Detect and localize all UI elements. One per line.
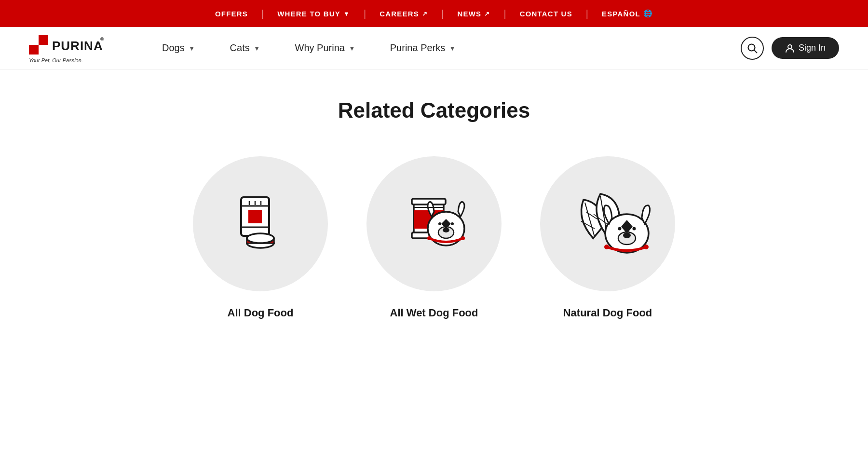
svg-point-42 [644,245,649,249]
main-nav: PURINA ® Your Pet, Our Passion. Dogs ▼ C… [0,27,868,69]
svg-line-6 [754,50,757,53]
nav-purina-perks[interactable]: Purina Perks ▼ [373,42,473,54]
logo-tagline: Your Pet, Our Passion. [29,57,83,63]
svg-text:PURINA: PURINA [52,39,103,53]
nav-cats[interactable]: Cats ▼ [213,42,278,54]
section-title: Related Categories [39,98,829,123]
external-link-icon: ↗ [422,10,428,17]
svg-point-29 [461,236,465,240]
nav-why-purina[interactable]: Why Purina ▼ [278,42,373,54]
purina-logo: PURINA ® [29,33,106,56]
svg-point-28 [427,236,431,240]
chevron-down-icon: ▼ [343,10,350,17]
search-button[interactable] [741,37,764,60]
main-content: Related Categories [0,69,868,358]
svg-rect-2 [39,45,48,55]
chevron-down-icon: ▼ [349,44,355,52]
nav-links: Dogs ▼ Cats ▼ Why Purina ▼ Purina Perks … [145,42,741,54]
topbar-espanol[interactable]: ESPAÑOL 🌐 [588,9,666,18]
category-label-wet-dog-food: All Wet Dog Food [390,307,478,319]
category-circle-natural-dog-food [540,156,675,291]
chevron-down-icon: ▼ [254,44,260,52]
category-natural-dog-food[interactable]: Natural Dog Food [540,156,675,319]
svg-rect-1 [29,35,39,45]
svg-rect-11 [248,210,262,223]
logo-area[interactable]: PURINA ® Your Pet, Our Passion. [29,33,106,63]
svg-point-26 [438,222,441,225]
topbar-contact-us[interactable]: CONTACT US [506,10,586,18]
globe-icon: 🌐 [643,9,653,18]
external-link-icon-2: ↗ [484,10,490,17]
svg-point-39 [618,227,622,231]
wet-dog-food-icon [386,176,482,272]
svg-point-7 [788,45,792,49]
category-circle-dog-food [193,156,328,291]
svg-point-15 [247,233,274,243]
category-label-natural-dog-food: Natural Dog Food [563,307,652,319]
svg-point-40 [633,227,636,231]
nav-dogs[interactable]: Dogs ▼ [145,42,213,54]
svg-text:®: ® [100,37,104,42]
category-all-dog-food[interactable]: All Dog Food [193,156,328,319]
topbar-careers[interactable]: CAREERS ↗ [366,10,441,18]
svg-point-41 [604,245,609,249]
user-icon [785,43,795,53]
topbar-where-to-buy[interactable]: WHERE TO BUY ▼ [264,10,364,18]
sign-in-button[interactable]: Sign In [772,37,839,59]
chevron-down-icon: ▼ [449,44,456,52]
nav-actions: Sign In [741,37,839,60]
category-all-wet-dog-food[interactable]: All Wet Dog Food [366,156,502,319]
natural-dog-food-icon [557,176,658,272]
category-circle-wet-dog-food [366,156,502,291]
category-label-all-dog-food: All Dog Food [228,307,294,319]
categories-row: All Dog Food [39,156,829,319]
search-icon [747,43,758,54]
svg-point-38 [623,232,631,238]
chevron-down-icon: ▼ [189,44,195,52]
top-bar: OFFERS | WHERE TO BUY ▼ | CAREERS ↗ | NE… [0,0,868,27]
topbar-news[interactable]: NEWS ↗ [444,10,503,18]
topbar-offers[interactable]: OFFERS [202,10,261,18]
svg-point-27 [451,222,454,225]
dog-food-icon [215,178,306,270]
